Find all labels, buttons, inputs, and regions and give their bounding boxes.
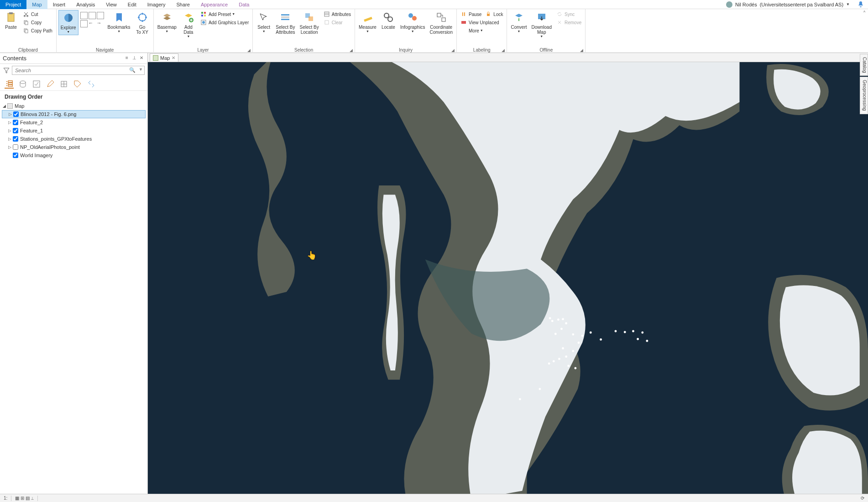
layer-visibility-checkbox[interactable]	[13, 153, 18, 158]
infographics-button[interactable]: Infographics▼	[398, 10, 427, 34]
list-by-snapping-icon[interactable]	[59, 79, 68, 89]
select-button[interactable]: Select▼	[255, 10, 273, 34]
dialog-launcher-icon[interactable]: ◢	[502, 48, 505, 53]
catalog-tab[interactable]: Catalog	[860, 54, 868, 76]
pause-labeling-button[interactable]: Pause	[459, 10, 483, 18]
constraint-icon[interactable]: ⟂	[31, 496, 34, 501]
layer-row[interactable]: ▷Blinova 2012 - Fig. 6.png	[2, 110, 146, 118]
dialog-launcher-icon[interactable]: ◢	[451, 48, 455, 53]
lock-labeling-button[interactable]: Lock	[483, 10, 505, 18]
attributes-button[interactable]: Attributes	[322, 10, 353, 18]
list-by-source-icon[interactable]	[18, 79, 27, 89]
cut-button[interactable]: Cut	[21, 10, 54, 18]
list-by-labeling-icon[interactable]	[73, 79, 82, 89]
tab-insert[interactable]: Insert	[47, 0, 71, 9]
explore-button[interactable]: Explore▼	[58, 10, 78, 35]
layer-row[interactable]: ▷Stations_points_GPXtoFeatures	[2, 135, 146, 143]
user-badge[interactable]: Nil Rodés (Universitetssenteret pa Svalb…	[722, 1, 853, 8]
layer-tree: ◢ Map ▷Blinova 2012 - Fig. 6.png▷Feature…	[0, 101, 147, 160]
svg-point-57	[574, 367, 576, 370]
map-icon	[153, 55, 158, 61]
tab-edit[interactable]: Edit	[122, 0, 142, 9]
close-icon[interactable]: ✕	[138, 55, 145, 62]
layer-visibility-checkbox[interactable]	[13, 111, 19, 117]
scale-display[interactable]: 1:	[4, 496, 7, 501]
prev-extent-icon[interactable]: ←	[89, 20, 96, 27]
expand-arrow-icon[interactable]: ▷	[8, 120, 13, 125]
add-graphics-layer-button[interactable]: Add Graphics Layer	[199, 18, 251, 26]
layer-row[interactable]: ▷Feature_1	[2, 127, 146, 135]
chevron-down-icon[interactable]: ▼	[139, 67, 143, 72]
zoom-selection-icon[interactable]	[80, 20, 88, 27]
add-preset-button[interactable]: Add Preset▼	[199, 10, 251, 18]
paste-button[interactable]: Paste	[2, 10, 20, 31]
menu-icon[interactable]: ≡	[124, 55, 130, 62]
zoom-fixed-in-icon[interactable]	[89, 12, 96, 19]
copy-button[interactable]: Copy	[21, 18, 54, 26]
select-by-attributes-button[interactable]: Select By Attributes	[274, 10, 297, 36]
convert-button[interactable]: Convert▼	[509, 10, 528, 34]
list-by-perceptual-icon[interactable]	[87, 79, 96, 89]
tab-data[interactable]: Data	[233, 0, 255, 9]
tab-map[interactable]: Map	[26, 0, 47, 9]
tab-analysis[interactable]: Analysis	[71, 0, 100, 9]
copy-path-button[interactable]: Copy Path	[21, 26, 54, 35]
coordinate-conversion-button[interactable]: Coordinate Conversion	[428, 10, 455, 36]
bookmarks-button[interactable]: Bookmarks▼	[106, 10, 132, 34]
view-unplaced-button[interactable]: View Unplaced	[459, 18, 505, 26]
list-by-selection-icon[interactable]	[32, 79, 41, 89]
map-canvas[interactable]: 👆	[148, 62, 868, 494]
layer-row[interactable]: ▷NP_OldAerialPhotos_point	[2, 143, 146, 151]
pin-icon[interactable]: ⊥	[131, 55, 137, 62]
dialog-launcher-icon[interactable]: ◢	[247, 48, 251, 53]
svg-point-61	[600, 338, 602, 341]
dialog-launcher-icon[interactable]: ◢	[580, 48, 583, 53]
layer-visibility-checkbox[interactable]	[13, 144, 18, 150]
filter-icon[interactable]	[3, 67, 10, 74]
search-input[interactable]	[12, 66, 145, 75]
tab-imagery[interactable]: Imagery	[142, 0, 171, 9]
dialog-launcher-icon[interactable]: ◢	[350, 48, 353, 53]
expand-arrow-icon[interactable]: ▷	[8, 145, 13, 149]
list-by-drawing-order-icon[interactable]	[5, 79, 14, 89]
select-by-location-button[interactable]: Select By Location	[298, 10, 321, 36]
tab-share[interactable]: Share	[171, 0, 195, 9]
geoprocessing-tab[interactable]: Geoprocessing	[860, 77, 868, 114]
search-icon[interactable]: 🔍	[129, 67, 136, 73]
grid-icon[interactable]: ▤	[26, 496, 30, 501]
expand-arrow-icon[interactable]: ▷	[8, 128, 13, 133]
expand-arrow-icon[interactable]: ▷	[9, 112, 13, 116]
tab-appearance[interactable]: Appearance	[195, 0, 233, 9]
refresh-icon[interactable]: ⟳	[861, 496, 864, 501]
svg-point-42	[549, 317, 551, 319]
locate-button[interactable]: Locate	[379, 10, 397, 31]
zoom-fixed-out-icon[interactable]	[97, 12, 104, 19]
layer-visibility-checkbox[interactable]	[13, 128, 18, 133]
tab-view[interactable]: View	[100, 0, 122, 9]
layer-row[interactable]: ▷Feature_2	[2, 118, 146, 127]
basemap-button[interactable]: Basemap▼	[156, 10, 178, 34]
layer-visibility-checkbox[interactable]	[13, 136, 18, 142]
download-map-button[interactable]: Download Map▼	[530, 10, 554, 39]
view-toggle-icon[interactable]: ▦	[15, 496, 19, 501]
clear-selection-button[interactable]: Clear	[322, 18, 353, 26]
next-extent-icon[interactable]: →	[97, 20, 104, 27]
collapse-arrow-icon[interactable]: ◢	[3, 104, 7, 108]
measure-button[interactable]: Measure▼	[357, 10, 378, 34]
goto-xy-button[interactable]: Go To XY	[133, 10, 152, 36]
tab-project[interactable]: Project	[0, 0, 26, 9]
collapse-ribbon-button[interactable]: ^	[861, 9, 868, 53]
more-labeling-button[interactable]: More▼	[459, 26, 505, 35]
bell-icon[interactable]	[857, 1, 864, 8]
svg-point-56	[567, 365, 570, 367]
zoom-full-icon[interactable]	[80, 12, 88, 19]
layer-row[interactable]: World Imagery	[2, 151, 146, 159]
close-icon[interactable]: ✕	[172, 55, 175, 60]
list-by-editing-icon[interactable]	[46, 79, 55, 89]
snap-icon[interactable]: ⊞	[21, 496, 24, 501]
add-data-button[interactable]: Add Data▼	[179, 10, 198, 39]
tree-root-map[interactable]: ◢ Map	[2, 102, 146, 110]
layer-visibility-checkbox[interactable]	[13, 120, 18, 125]
expand-arrow-icon[interactable]: ▷	[8, 137, 13, 141]
map-view-tab[interactable]: Map ✕	[150, 53, 178, 62]
